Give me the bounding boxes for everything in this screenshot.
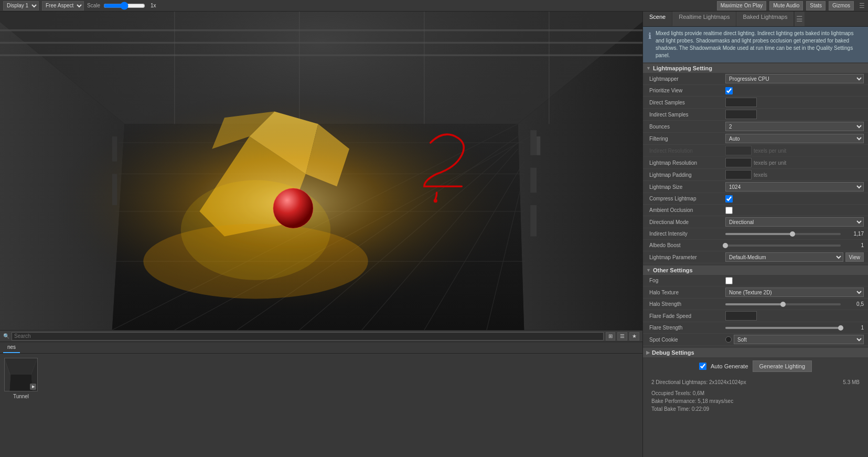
tab-baked[interactable]: Baked Lightmaps [736, 12, 794, 26]
halo-strength-thumb[interactable] [780, 302, 786, 307]
prop-lightmapper: Lightmapper Progressive CPU [643, 73, 868, 85]
lightmapper-select[interactable]: Progressive CPU [725, 74, 864, 83]
list-view-btn[interactable]: ☰ [617, 332, 627, 341]
bounces-select[interactable]: 2 [725, 122, 864, 131]
mute-btn[interactable]: Mute Audio [769, 1, 803, 10]
auto-generate-checkbox[interactable] [699, 363, 706, 370]
flare-strength-label: Flare Strength [649, 325, 725, 331]
panel-icon: ☰ [859, 2, 865, 9]
prioritize-view-checkbox[interactable] [725, 87, 733, 94]
halo-strength-label: Halo Strength [649, 301, 725, 307]
ambient-occlusion-value [725, 207, 864, 214]
direct-samples-label: Direct Samples [649, 100, 725, 105]
svg-marker-45 [10, 375, 33, 391]
ambient-occlusion-checkbox[interactable] [725, 207, 733, 214]
lightmap-view-btn[interactable]: View [845, 252, 864, 262]
other-settings-section-header[interactable]: ▼ Other Settings [643, 265, 868, 275]
fav-btn[interactable]: ★ [629, 332, 639, 341]
directional-mode-select[interactable]: Directional [725, 217, 864, 227]
indirect-intensity-track[interactable] [725, 233, 841, 235]
spot-cookie-label: Spot Cookie [649, 337, 725, 343]
generate-lighting-btn[interactable]: Generate Lighting [753, 360, 812, 372]
prop-lightmap-padding: Lightmap Padding 2 texels [643, 169, 868, 181]
lightmapping-section-header[interactable]: ▼ Lightmapping Setting [643, 63, 868, 73]
albedo-boost-thumb[interactable] [723, 243, 728, 248]
prop-spot-cookie: Spot Cookie Soft [643, 334, 868, 346]
grid-view-btn[interactable]: ⊞ [606, 332, 615, 341]
indirect-resolution-label: Indirect Resolution [649, 148, 725, 154]
prop-lightmap-size: Lightmap Size 1024 [643, 181, 868, 193]
compress-lightmap-label: Compress Lightmap [649, 196, 725, 201]
direct-samples-value: 32 [725, 98, 864, 107]
asset-item-tunnel[interactable]: ▶ Tunnel [4, 358, 38, 453]
filtering-select[interactable]: Auto [725, 134, 864, 143]
assets-tab-scenes[interactable]: nes [3, 343, 20, 353]
panel-tabs: Scene Realtime Lightmaps Baked Lightmaps… [643, 12, 868, 27]
lightmap-padding-value: 2 texels [725, 170, 864, 179]
halo-strength-display: 0,5 [843, 301, 864, 307]
prop-halo-strength: Halo Strength 0,5 [643, 299, 868, 310]
main-content: 🔍 ⊞ ☰ ★ nes [0, 12, 868, 457]
fog-checkbox[interactable] [725, 277, 733, 284]
scale-slider[interactable] [103, 2, 145, 10]
albedo-boost-track[interactable] [725, 245, 841, 247]
halo-texture-value: None (Texture 2D) [725, 288, 864, 297]
compress-lightmap-checkbox[interactable] [725, 195, 733, 203]
tab-realtime[interactable]: Realtime Lightmaps [672, 12, 736, 26]
prioritize-view-label: Prioritize View [649, 88, 725, 93]
flare-strength-value: 1 [725, 325, 864, 331]
assets-panel: nes [0, 342, 642, 457]
direct-samples-input[interactable]: 32 [725, 98, 757, 107]
tab-scene[interactable]: Scene [643, 12, 672, 26]
auto-generate-row: Auto Generate Generate Lighting [649, 360, 862, 372]
tab-icon[interactable]: ☰ [794, 12, 805, 26]
debug-title: Debug Settings [652, 349, 865, 356]
lightmap-padding-input[interactable]: 2 [725, 170, 752, 179]
tunnel-bg [0, 12, 642, 330]
flare-strength-thumb[interactable] [838, 325, 843, 331]
stats-lightmaps-label: 2 Directional Lightmaps: 2x1024x1024px [651, 379, 746, 385]
indirect-samples-label: Indirect Samples [649, 112, 725, 118]
indirect-resolution-value: 2 texels per unit [725, 146, 864, 155]
halo-strength-value: 0,5 [725, 301, 864, 307]
lightmap-size-select[interactable]: 1024 [725, 182, 864, 192]
indirect-samples-input[interactable]: 500 [725, 110, 757, 119]
halo-texture-select[interactable]: None (Texture 2D) [725, 288, 864, 297]
viewport[interactable] [0, 12, 642, 330]
debug-section-header[interactable]: ▶ Debug Settings [643, 348, 868, 357]
lightmap-param-select[interactable]: Default-Medium [725, 252, 843, 262]
info-box: ℹ Mixed lights provide realtime direct l… [643, 27, 868, 62]
halo-strength-fill [725, 303, 783, 305]
bounces-label: Bounces [649, 124, 725, 130]
prop-flare-strength: Flare Strength 1 [643, 322, 868, 334]
stats-row-lightmaps: 2 Directional Lightmaps: 2x1024x1024px 5… [649, 378, 862, 386]
flare-fade-speed-input[interactable]: 3 [725, 311, 757, 321]
search-icon: 🔍 [3, 333, 9, 339]
svg-rect-35 [112, 136, 117, 162]
lightmap-resolution-input[interactable]: 40 [725, 158, 752, 167]
aspect-select[interactable]: Free Aspect [42, 1, 84, 10]
assets-top-bar: nes [0, 342, 642, 354]
maximize-btn[interactable]: Maximize On Play [717, 1, 767, 10]
lightmapping-title: Lightmapping Setting [653, 65, 865, 71]
prop-directional-mode: Directional Mode Directional [643, 216, 868, 228]
bounces-value: 2 [725, 122, 864, 131]
spot-cookie-select[interactable]: Soft [734, 335, 864, 344]
section-arrow-other: ▼ [646, 268, 651, 273]
display-select[interactable]: Display 1 [3, 1, 39, 10]
auto-generate-label: Auto Generate [711, 363, 748, 369]
stats-btn[interactable]: Stats [806, 1, 826, 10]
svg-rect-31 [530, 130, 537, 155]
flare-strength-track[interactable] [725, 327, 841, 329]
section-arrow-debug: ▶ [646, 350, 650, 355]
indirect-resolution-input[interactable]: 2 [725, 146, 752, 155]
section-arrow-lightmapping: ▼ [646, 66, 651, 71]
albedo-boost-label: Albedo Boost [649, 242, 725, 248]
gizmos-btn[interactable]: Gizmos [829, 1, 854, 10]
prop-indirect-samples: Indirect Samples 500 [643, 109, 868, 121]
halo-strength-track[interactable] [725, 303, 841, 305]
prop-filtering: Filtering Auto [643, 133, 868, 145]
assets-search-input[interactable] [12, 332, 604, 341]
flare-fade-speed-value: 3 [725, 311, 864, 321]
indirect-intensity-thumb[interactable] [790, 231, 795, 237]
